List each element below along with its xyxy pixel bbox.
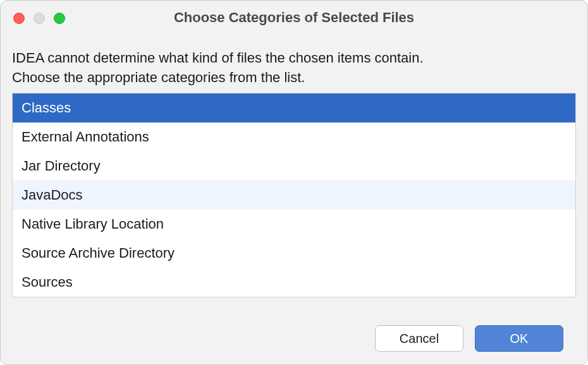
maximize-window-button[interactable] bbox=[54, 13, 65, 24]
list-item[interactable]: Sources bbox=[13, 268, 575, 297]
list-item[interactable]: External Annotations bbox=[13, 123, 575, 152]
ok-button[interactable]: OK bbox=[475, 325, 563, 352]
list-item[interactable]: JavaDocs bbox=[13, 181, 575, 210]
traffic-lights bbox=[13, 13, 65, 24]
list-item[interactable]: Jar Directory bbox=[13, 152, 575, 181]
list-item[interactable]: Source Archive Directory bbox=[13, 239, 575, 268]
dialog-content: IDEA cannot determine what kind of files… bbox=[1, 35, 587, 364]
cancel-button[interactable]: Cancel bbox=[375, 325, 463, 352]
minimize-window-button[interactable] bbox=[34, 13, 45, 24]
description-line-1: IDEA cannot determine what kind of files… bbox=[12, 50, 424, 66]
list-item[interactable]: Classes bbox=[13, 93, 575, 123]
window-title: Choose Categories of Selected Files bbox=[12, 9, 576, 26]
category-list[interactable]: ClassesExternal AnnotationsJar Directory… bbox=[12, 93, 576, 297]
dialog-window: Choose Categories of Selected Files IDEA… bbox=[0, 0, 588, 365]
close-window-button[interactable] bbox=[13, 13, 25, 24]
description-line-2: Choose the appropriate categories from t… bbox=[12, 69, 305, 85]
list-item[interactable]: Native Library Location bbox=[13, 210, 575, 239]
button-row: Cancel OK bbox=[12, 313, 576, 364]
dialog-description: IDEA cannot determine what kind of files… bbox=[12, 49, 576, 88]
titlebar: Choose Categories of Selected Files bbox=[1, 1, 587, 35]
